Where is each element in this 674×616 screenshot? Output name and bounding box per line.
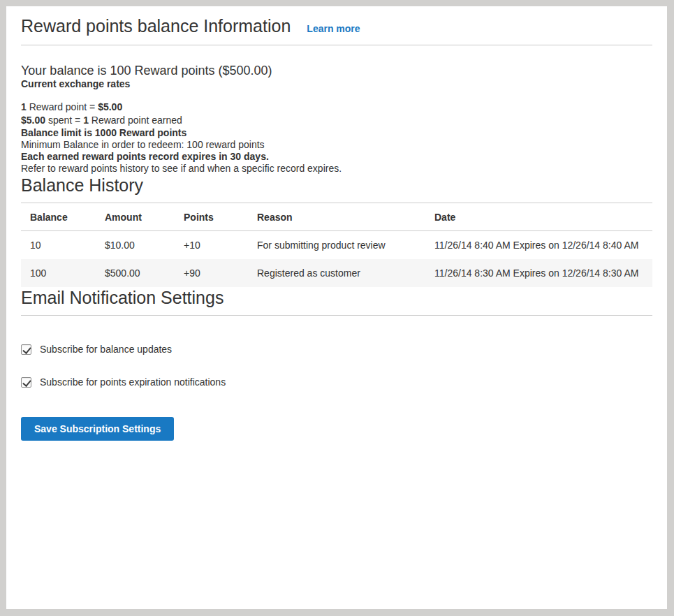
balance-updates-option[interactable]: Subscribe for balance updates (21, 344, 172, 355)
expiration-rule-line: Each earned reward points record expires… (21, 151, 652, 163)
cell-points: +10 (175, 231, 248, 260)
balance-history-table: Balance Amount Points Reason Date 10 $10… (21, 203, 652, 287)
balance-updates-label: Subscribe for balance updates (40, 344, 172, 355)
rate2-points: 1 (83, 115, 89, 126)
table-row: 100 $500.00 +90 Registered as customer 1… (21, 259, 652, 287)
page-header: Reward points balance Information Learn … (21, 16, 652, 36)
cell-balance: 100 (21, 259, 96, 287)
cell-date: 11/26/14 8:40 AM Expires on 12/26/14 8:4… (425, 231, 652, 260)
minimum-balance-line: Minimum Balance in order to redeem: 100 … (21, 139, 652, 151)
col-header-date: Date (425, 203, 652, 231)
exchange-rates-heading: Current exchange rates (21, 78, 652, 90)
email-settings-heading: Email Notification Settings (21, 287, 652, 308)
balance-updates-checkbox[interactable] (21, 344, 31, 355)
table-header-row: Balance Amount Points Reason Date (21, 203, 652, 231)
cell-amount: $10.00 (96, 231, 175, 260)
cell-reason: Registered as customer (248, 259, 425, 287)
col-header-balance: Balance (21, 203, 96, 231)
col-header-reason: Reason (248, 203, 425, 231)
rate2-text: spent = (45, 115, 83, 126)
rate1-points: 1 (21, 101, 27, 112)
balance-history-heading: Balance History (21, 175, 652, 196)
table-row: 10 $10.00 +10 For submitting product rev… (21, 231, 652, 260)
expiration-note-line: Refer to reward points history to see if… (21, 163, 652, 175)
header-divider (21, 45, 652, 45)
balance-summary: Your balance is 100 Reward points ($500.… (21, 64, 652, 78)
points-expiration-option[interactable]: Subscribe for points expiration notifica… (21, 376, 226, 388)
learn-more-link[interactable]: Learn more (307, 23, 360, 34)
rate1-amount: $5.00 (98, 101, 122, 112)
rate1-text: Reward point = (27, 101, 98, 112)
rate2-amount: $5.00 (21, 115, 45, 126)
reward-points-panel: Reward points balance Information Learn … (6, 6, 667, 609)
cell-balance: 10 (21, 231, 96, 260)
cell-date: 11/26/14 8:30 AM Expires on 12/26/14 8:3… (425, 259, 652, 287)
points-expiration-checkbox[interactable] (21, 377, 31, 388)
balance-limit-line: Balance limit is 1000 Reward points (21, 127, 652, 139)
cell-reason: For submitting product review (248, 231, 425, 260)
email-settings-divider (21, 315, 652, 316)
rate2-tail: Reward point earned (89, 115, 182, 126)
save-subscription-button[interactable]: Save Subscription Settings (21, 417, 174, 441)
page-title: Reward points balance Information (21, 16, 291, 36)
col-header-points: Points (175, 203, 248, 231)
cell-points: +90 (175, 259, 248, 287)
points-expiration-label: Subscribe for points expiration notifica… (40, 376, 226, 388)
exchange-rate-lines: 1 Reward point = $5.00$5.00 spent = 1 Re… (21, 101, 652, 127)
cell-amount: $500.00 (96, 259, 175, 287)
col-header-amount: Amount (96, 203, 175, 231)
